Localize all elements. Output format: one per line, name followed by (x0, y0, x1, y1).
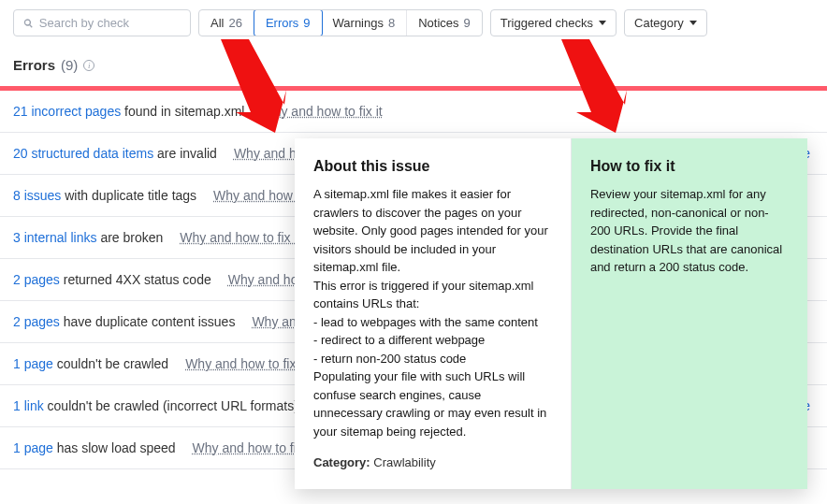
issue-link[interactable]: 8 issues (13, 188, 61, 203)
list-item: 21 incorrect pages found in sitemap.xml … (0, 91, 827, 133)
tooltip-fix-panel: How to fix it Review your sitemap.xml fo… (572, 138, 807, 489)
why-and-how-link[interactable]: Why and how to fix it (185, 356, 306, 371)
category-label: Category: (313, 455, 370, 469)
fix-title: How to fix it (590, 155, 789, 178)
svg-marker-1 (561, 39, 627, 133)
about-body: A sitemap.xml file makes it easier for c… (313, 185, 552, 440)
issue-link[interactable]: 1 link (13, 398, 44, 413)
issue-text: have duplicate content issues (60, 314, 236, 329)
issue-tooltip: About this issue A sitemap.xml file make… (295, 138, 807, 489)
issue-link[interactable]: 21 incorrect pages (13, 104, 121, 119)
why-and-how-link[interactable]: Why and how to fix it (180, 230, 300, 245)
tab-errors-count: 9 (303, 16, 310, 30)
filter-tabs: All 26 Errors 9 Warnings 8 Notices 9 (198, 9, 483, 36)
tab-all-label: All (210, 16, 224, 30)
issue-link[interactable]: 20 structured data items (13, 146, 153, 161)
tab-all-count: 26 (228, 16, 241, 30)
tab-notices-label: Notices (418, 16, 458, 30)
tooltip-about-panel: About this issue A sitemap.xml file make… (295, 138, 572, 489)
issue-link[interactable]: 3 internal links (13, 230, 97, 245)
issue-text: are invalid (153, 146, 217, 161)
issue-text: couldn't be crawled (53, 356, 168, 371)
about-title: About this issue (313, 155, 552, 178)
search-icon (23, 18, 34, 29)
issue-link[interactable]: 2 pages (13, 272, 60, 287)
chevron-down-icon (689, 21, 697, 25)
category-dropdown-label: Category (634, 16, 684, 30)
section-title: Errors (13, 57, 55, 73)
search-input-wrap[interactable] (13, 9, 191, 36)
info-icon[interactable]: i (83, 60, 94, 71)
svg-marker-0 (221, 39, 286, 133)
search-input[interactable] (39, 16, 181, 30)
issue-link[interactable]: 1 page (13, 356, 53, 371)
tab-warnings-label: Warnings (333, 16, 384, 30)
section-count: (9) (61, 57, 78, 73)
issue-text: are broken (97, 230, 164, 245)
tab-errors-label: Errors (266, 16, 298, 30)
annotation-arrow-icon (202, 39, 286, 133)
category-dropdown[interactable]: Category (624, 9, 707, 36)
category-value: Crawlability (370, 455, 436, 469)
toolbar: All 26 Errors 9 Warnings 8 Notices 9 Tri… (0, 0, 827, 46)
tab-warnings-count: 8 (388, 16, 395, 30)
issue-link[interactable]: 2 pages (13, 314, 60, 329)
tab-notices[interactable]: Notices 9 (407, 10, 482, 36)
fix-body: Review your sitemap.xml for any redirect… (590, 185, 789, 277)
tab-all[interactable]: All 26 (199, 10, 254, 36)
issue-text: with duplicate title tags (61, 188, 196, 203)
issue-text: couldn't be crawled (incorrect URL forma… (44, 398, 298, 413)
section-header: Errors (9) i (0, 46, 827, 73)
issue-text: has slow load speed (53, 440, 176, 455)
tab-notices-count: 9 (464, 16, 471, 30)
triggered-checks-label: Triggered checks (501, 16, 593, 30)
issue-text: returned 4XX status code (60, 272, 211, 287)
category-line: Category: Crawlability (313, 454, 552, 472)
annotation-arrow-icon (543, 39, 627, 133)
chevron-down-icon (599, 21, 606, 25)
triggered-checks-dropdown[interactable]: Triggered checks (490, 9, 617, 36)
tab-warnings[interactable]: Warnings 8 (322, 10, 408, 36)
tab-errors[interactable]: Errors 9 (254, 9, 323, 36)
issue-link[interactable]: 1 page (13, 440, 53, 455)
